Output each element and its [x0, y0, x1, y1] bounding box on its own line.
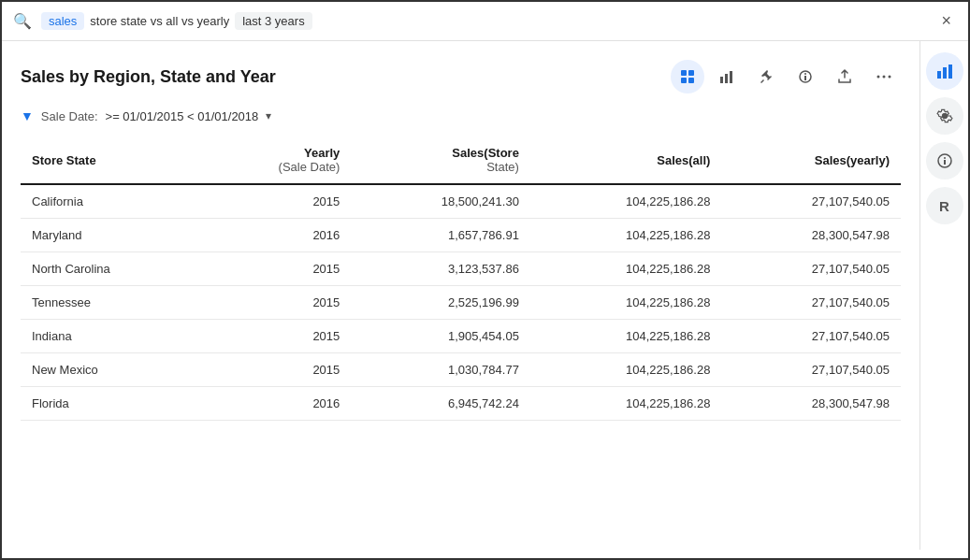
svg-rect-19: [944, 160, 946, 165]
svg-rect-3: [688, 78, 694, 83]
cell-sales-yearly: 27,107,540.05: [721, 320, 901, 353]
filter-chevron-icon[interactable]: ▾: [266, 109, 271, 122]
col-sales-store: Sales(StoreState): [351, 136, 530, 184]
search-icon: 🔍: [13, 12, 32, 30]
cell-sales-all: 104,225,186.28: [530, 387, 722, 421]
cell-sales-all: 104,225,186.28: [530, 286, 722, 320]
cell-sales-store: 1,030,784.77: [351, 353, 530, 387]
cell-store-state: Indiana: [21, 320, 201, 353]
toolbar: [671, 60, 901, 93]
cell-yearly: 2016: [201, 219, 351, 252]
chart-view-button[interactable]: [710, 60, 744, 93]
cell-yearly: 2015: [201, 286, 351, 320]
filter-row: ▼ Sale Date: >= 01/01/2015 < 01/01/2018 …: [21, 108, 901, 123]
svg-rect-6: [730, 71, 732, 83]
svg-point-8: [804, 73, 806, 75]
sidebar-chart-button[interactable]: [926, 52, 963, 90]
cell-sales-store: 1,905,454.05: [351, 320, 530, 353]
svg-rect-1: [688, 70, 694, 76]
content-header: Sales by Region, State and Year: [21, 60, 901, 93]
cell-store-state: Tennessee: [21, 286, 201, 320]
cell-sales-yearly: 28,300,547.98: [721, 219, 901, 252]
data-table: Store State Yearly(Sale Date) Sales(Stor…: [21, 136, 901, 421]
sidebar-r-button[interactable]: R: [926, 187, 963, 224]
cell-sales-yearly: 27,107,540.05: [721, 353, 901, 387]
svg-rect-14: [943, 67, 947, 79]
cell-store-state: Florida: [21, 387, 201, 421]
svg-rect-2: [681, 78, 687, 83]
filter-icon: ▼: [21, 108, 34, 123]
table-row: Maryland 2016 1,657,786.91 104,225,186.2…: [21, 219, 901, 252]
cell-sales-all: 104,225,186.28: [530, 320, 722, 353]
svg-point-11: [883, 76, 886, 79]
search-query: store state vs all vs yearly: [90, 14, 229, 28]
table-row: Indiana 2015 1,905,454.05 104,225,186.28…: [21, 320, 901, 353]
sidebar-settings-button[interactable]: [926, 97, 963, 135]
search-chip-date-filter[interactable]: last 3 years: [235, 12, 311, 30]
col-sales-yearly: Sales(yearly): [721, 136, 901, 184]
cell-yearly: 2015: [201, 252, 351, 286]
col-store-state: Store State: [21, 136, 201, 184]
table-wrapper[interactable]: Store State Yearly(Sale Date) Sales(Stor…: [21, 136, 901, 421]
right-sidebar: R: [919, 41, 968, 550]
more-options-button[interactable]: [867, 60, 901, 93]
svg-rect-13: [937, 71, 941, 79]
search-bar: 🔍 sales store state vs all vs yearly las…: [2, 2, 968, 41]
filter-label: Sale Date:: [41, 109, 98, 123]
cell-sales-store: 3,123,537.86: [351, 252, 530, 286]
main-layout: Sales by Region, State and Year: [2, 41, 968, 550]
search-close-button[interactable]: ×: [935, 9, 957, 33]
table-row: Florida 2016 6,945,742.24 104,225,186.28…: [21, 387, 901, 421]
cell-yearly: 2015: [201, 320, 351, 353]
svg-point-18: [944, 157, 946, 159]
col-yearly: Yearly(Sale Date): [201, 136, 351, 184]
cell-store-state: California: [21, 184, 201, 219]
svg-rect-0: [681, 70, 687, 76]
cell-sales-store: 2,525,196.99: [351, 286, 530, 320]
svg-rect-9: [804, 76, 806, 80]
search-chip-sales[interactable]: sales: [41, 12, 84, 30]
table-row: California 2015 18,500,241.30 104,225,18…: [21, 184, 901, 219]
cell-sales-yearly: 28,300,547.98: [721, 387, 901, 421]
cell-sales-all: 104,225,186.28: [530, 353, 722, 387]
col-sales-all: Sales(all): [530, 136, 722, 184]
cell-sales-all: 104,225,186.28: [530, 252, 722, 286]
cell-sales-store: 6,945,742.24: [351, 387, 530, 421]
cell-sales-store: 1,657,786.91: [351, 219, 530, 252]
cell-sales-yearly: 27,107,540.05: [721, 184, 901, 219]
cell-store-state: Maryland: [21, 219, 201, 252]
table-header-row: Store State Yearly(Sale Date) Sales(Stor…: [21, 136, 901, 184]
sidebar-info-button[interactable]: [926, 142, 963, 179]
cell-sales-yearly: 27,107,540.05: [721, 286, 901, 320]
cell-sales-all: 104,225,186.28: [530, 219, 722, 252]
cell-sales-store: 18,500,241.30: [351, 184, 530, 219]
svg-point-12: [889, 76, 891, 79]
svg-point-10: [877, 76, 880, 79]
cell-sales-all: 104,225,186.28: [530, 184, 722, 219]
table-body: California 2015 18,500,241.30 104,225,18…: [21, 184, 901, 421]
pin-button[interactable]: [749, 60, 783, 93]
svg-rect-5: [725, 74, 728, 83]
table-row: New Mexico 2015 1,030,784.77 104,225,186…: [21, 353, 901, 387]
cell-yearly: 2016: [201, 387, 351, 421]
table-row: North Carolina 2015 3,123,537.86 104,225…: [21, 252, 901, 286]
export-button[interactable]: [828, 60, 861, 93]
r-label: R: [939, 198, 949, 214]
cell-sales-yearly: 27,107,540.05: [721, 252, 901, 286]
svg-rect-15: [948, 65, 952, 79]
svg-rect-4: [720, 77, 723, 83]
cell-store-state: North Carolina: [21, 252, 201, 286]
table-row: Tennessee 2015 2,525,196.99 104,225,186.…: [21, 286, 901, 320]
content-area: Sales by Region, State and Year: [2, 41, 919, 550]
page-title: Sales by Region, State and Year: [21, 67, 276, 87]
filter-value: >= 01/01/2015 < 01/01/2018: [106, 109, 259, 123]
cell-store-state: New Mexico: [21, 353, 201, 387]
table-view-button[interactable]: [671, 60, 704, 93]
cell-yearly: 2015: [201, 184, 351, 219]
cell-yearly: 2015: [201, 353, 351, 387]
insight-button[interactable]: [789, 60, 822, 93]
